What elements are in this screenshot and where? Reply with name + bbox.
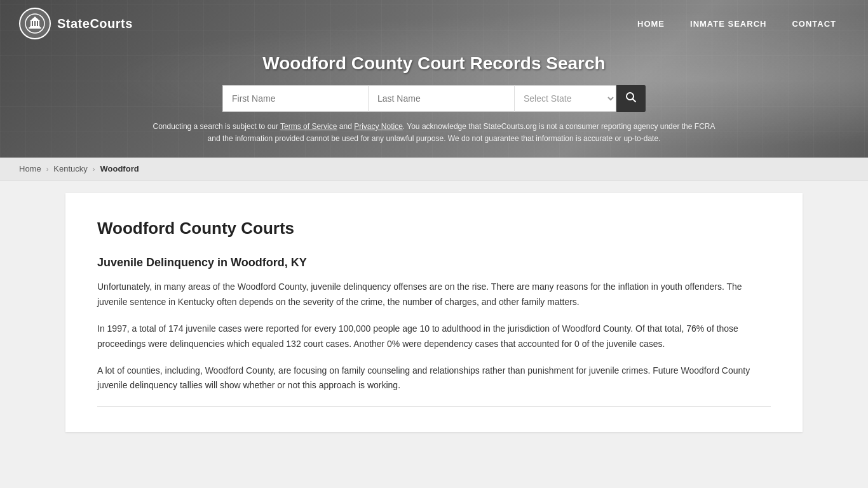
nav-contact[interactable]: CONTACT [779,14,849,34]
hero-content: Woodford County Court Records Search Sel… [0,47,868,158]
tos-link[interactable]: Terms of Service [280,122,337,131]
logo-text: StateCourts [57,17,133,31]
search-bar: Select State AlabamaAlaskaArizonaArkansa… [13,85,855,112]
disclaimer-text: Conducting a search is subject to our Te… [148,121,720,145]
search-icon [625,92,637,106]
search-button[interactable] [616,85,646,112]
svg-marker-7 [30,17,40,21]
navbar: StateCourts HOME INMATE SEARCH CONTACT [0,0,868,47]
section-heading: Juvenile Delinquency in Woodford, KY [97,256,771,269]
breadcrumb-home[interactable]: Home [19,164,41,173]
breadcrumb: Home › Kentucky › Woodford [0,158,868,180]
content-card: Woodford County Courts Juvenile Delinque… [65,193,803,432]
hero-section: StateCourts HOME INMATE SEARCH CONTACT W… [0,0,868,158]
nav-inmate-search[interactable]: INMATE SEARCH [677,14,779,34]
breadcrumb-state[interactable]: Kentucky [53,164,87,173]
nav-links: HOME INMATE SEARCH CONTACT [625,14,849,34]
paragraph-3: A lot of counties, including, Woodford C… [97,363,771,394]
privacy-link[interactable]: Privacy Notice [354,122,403,131]
svg-rect-2 [30,26,40,27]
svg-line-9 [633,98,636,102]
breadcrumb-current: Woodford [100,164,139,173]
page-body: Woodford County Courts Juvenile Delinque… [0,180,868,458]
state-select[interactable]: Select State AlabamaAlaskaArizonaArkansa… [515,85,616,112]
paragraph-1: Unfortunately, in many areas of the Wood… [97,280,771,310]
breadcrumb-sep-1: › [46,165,49,173]
svg-rect-5 [36,21,37,26]
nav-home[interactable]: HOME [625,14,677,34]
last-name-input[interactable] [369,85,515,112]
content-divider [97,406,771,407]
svg-rect-3 [31,21,32,26]
svg-rect-1 [29,27,41,29]
logo-icon [19,8,51,39]
main-heading: Woodford County Courts [97,219,771,238]
svg-rect-6 [38,21,39,26]
paragraph-2: In 1997, a total of 174 juvenile cases w… [97,322,771,352]
and-text: and [337,122,354,131]
breadcrumb-sep-2: › [93,165,95,173]
first-name-input[interactable] [222,85,369,112]
logo-link[interactable]: StateCourts [19,8,133,39]
disclaimer-prefix: Conducting a search is subject to our [153,122,281,131]
page-title: Woodford County Court Records Search [13,53,855,74]
svg-rect-4 [33,21,34,26]
